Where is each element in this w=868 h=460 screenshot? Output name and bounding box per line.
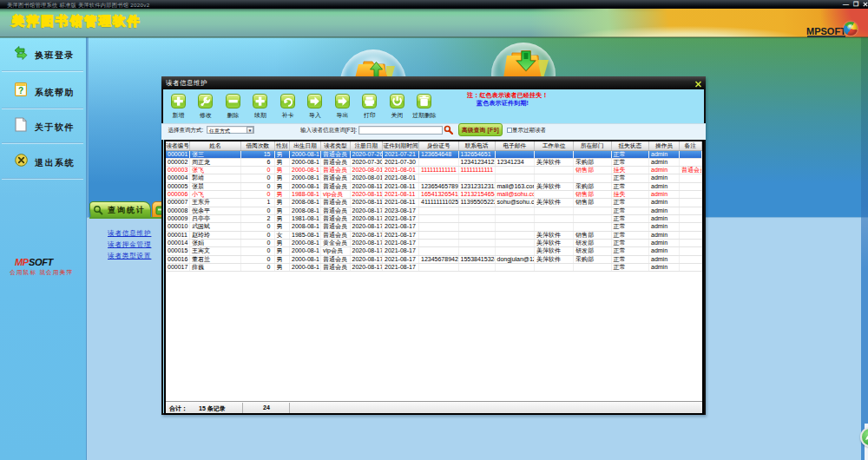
svg-text:?: ? — [18, 86, 23, 95]
